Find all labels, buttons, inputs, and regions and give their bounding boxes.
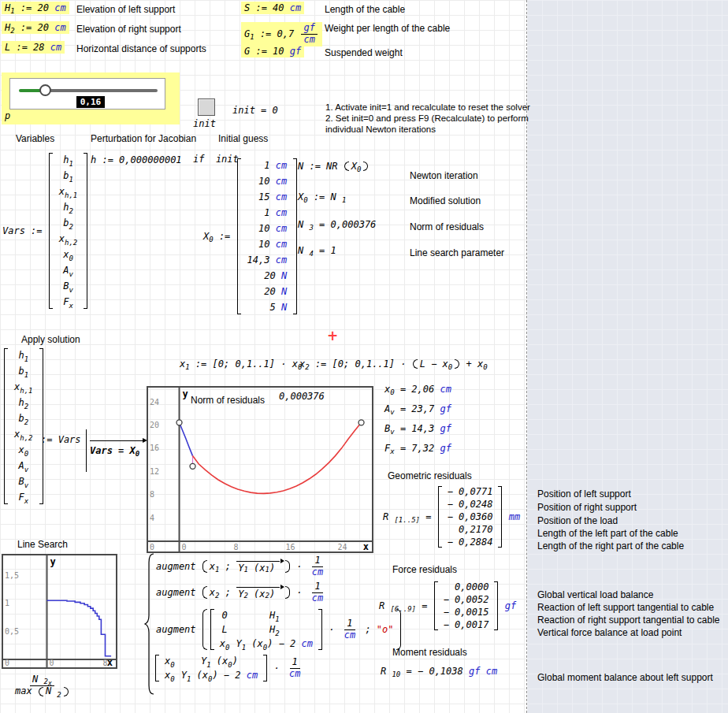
heading-line-search: Line Search <box>17 539 68 550</box>
svg-text:20: 20 <box>150 421 159 429</box>
modified-solution-expr[interactable]: X0 := N 1 <box>298 191 346 202</box>
definition-G1-label: Weight per length of the cable <box>325 23 450 34</box>
x1-definition[interactable]: x1 := [0; 0,1..1] · x0 <box>180 358 302 369</box>
x2-definition[interactable]: x2 := [0; 0,1..1] · L − x0 + x0 <box>299 358 488 369</box>
line-search-plot[interactable]: 081,510,50yx <box>2 554 117 669</box>
annotation-left-cable-length: Length of the left part of the cable <box>537 528 678 539</box>
svg-text:4: 4 <box>150 514 154 522</box>
heading-initial-guess: Initial guess <box>218 133 268 144</box>
init-checkbox[interactable] <box>198 98 215 116</box>
svg-text:0: 0 <box>5 659 9 667</box>
svg-text:0: 0 <box>182 543 187 551</box>
instructions-line-3: individual Newton iterations <box>325 124 436 135</box>
definition-H1-label: Elevation of left support <box>76 4 175 15</box>
x0-initial-guess[interactable]: X0 := 1 cm10 cm15 cm1 cm10 cm10 cm14,3 c… <box>203 158 298 315</box>
definition-H2-label: Elevation of right support <box>76 24 181 35</box>
svg-text:x: x <box>363 541 369 551</box>
svg-text:16: 16 <box>286 543 295 551</box>
definition-H1[interactable]: H1 := 20 cm <box>2 2 69 14</box>
line-search-param-expr[interactable]: N 4 = 1 <box>298 245 336 256</box>
heading-moment-residuals: Moment residuals <box>392 647 467 658</box>
cable-plot[interactable]: 08162424201612840yx Norm of residuals 0,… <box>147 386 373 553</box>
heading-perturbation: Perturbation for Jacobian <box>91 133 196 144</box>
definition-G[interactable]: G := 10 gf <box>241 45 304 58</box>
slider-control[interactable]: 0,16 <box>9 78 165 110</box>
annotation-right-support: Position of right support <box>537 502 637 513</box>
definition-G-label: Suspended weight <box>325 47 403 58</box>
force-residuals-expr[interactable]: R [6..9] = 0,0000− 0,0052− 0,0015− 0,001… <box>379 581 516 631</box>
svg-text:8: 8 <box>234 543 239 551</box>
init-checkbox-label: init <box>193 118 216 129</box>
annotation-vertical-load-balance: Global vertical load balance <box>537 589 653 600</box>
vars-definition[interactable]: Vars := h1b1xh,1h2b2xh,2x0AvBvFx <box>2 152 88 310</box>
trace-load-segment[interactable]: x0Y1 (x0)x0Y1 (x0) − 2 cm · 1cm <box>154 654 304 682</box>
trace-group-brace <box>144 552 155 696</box>
annotation-right-reaction: Reaction of right support tangential to … <box>537 615 719 626</box>
annotation-load-point-balance: Vertical force balance at load point <box>537 627 682 638</box>
definition-H2[interactable]: H2 := 20 cm <box>2 21 69 34</box>
substitution-arrow-icon <box>90 438 145 443</box>
init-readout[interactable]: init = 0 <box>232 105 278 116</box>
heading-apply-solution: Apply solution <box>21 334 80 345</box>
trace-right-cable[interactable]: augment x2 ; Y2 (x2) · 1cm <box>156 581 327 604</box>
slider-value: 0,16 <box>76 96 105 108</box>
modified-solution-label: Modified solution <box>410 195 481 206</box>
svg-text:y: y <box>50 556 56 567</box>
heading-force-residuals: Force residuals <box>392 564 457 575</box>
heading-geometric-residuals: Geometric residuals <box>388 470 472 481</box>
substitution-text: Vars = X0 <box>90 445 139 456</box>
instructions-line-1: 1. Activate init=1 and recalculate to re… <box>325 102 530 113</box>
svg-text:12: 12 <box>150 467 159 476</box>
annotation-moment-balance: Global moment balance about left support <box>537 672 713 683</box>
slider-region: 0,16 p <box>2 72 180 124</box>
apply-vector[interactable]: h1b1xh,1h2b2xh,2x0AvBvFx <box>3 347 44 505</box>
cable-plot-title: Norm of residuals <box>191 395 265 406</box>
definition-G1[interactable]: G1 := 0,7 gfcm <box>241 22 322 46</box>
svg-text:1: 1 <box>5 599 9 607</box>
trace-markers[interactable]: augment 0H1LH2x0Y1 (x0) − 2 cm · 1cm ; "… <box>156 608 402 651</box>
substitution-bar <box>86 429 87 472</box>
svg-text:8: 8 <box>150 490 154 499</box>
cable-plot-residual-value: 0,000376 <box>279 391 325 402</box>
result-Av[interactable]: Av = 23,7 gf <box>384 403 451 414</box>
mathcad-worksheet: H1 := 20 cm Elevation of left support H2… <box>0 0 728 713</box>
line-search-param-label: Line search parameter <box>410 247 504 258</box>
svg-text:1,5: 1,5 <box>5 571 19 580</box>
newton-iteration-expr[interactable]: N := NR X0 <box>298 161 369 172</box>
svg-text:24: 24 <box>150 398 159 407</box>
annotation-left-reaction: Reaction of left support tangential to c… <box>537 602 714 613</box>
instructions-line-2: 2. Set init=0 and press F9 (Recalculate)… <box>325 113 529 124</box>
line-search-expression[interactable]: N 2xmax N 2 <box>11 674 73 697</box>
heading-variables: Variables <box>16 133 54 144</box>
definition-L[interactable]: L := 28 cm <box>2 41 65 54</box>
trace-left-cable[interactable]: augment x1 ; Y1 (x1) · 1cm <box>156 555 327 578</box>
insertion-cursor: + <box>327 330 338 341</box>
result-Fx[interactable]: Fx = 7,32 gf <box>384 443 451 454</box>
residual-norm-label: Norm of residuals <box>410 221 484 232</box>
slider-handle[interactable] <box>39 84 51 96</box>
svg-text:0: 0 <box>50 659 54 667</box>
result-Bv[interactable]: Bv = 14,3 gf <box>384 423 451 434</box>
definition-S-label: Length of the cable <box>325 4 405 15</box>
apply-assign[interactable]: := Vars <box>41 434 81 445</box>
svg-text:16: 16 <box>150 444 159 452</box>
svg-text:0,5: 0,5 <box>5 627 19 636</box>
svg-text:0: 0 <box>150 543 154 551</box>
svg-text:x: x <box>107 657 113 667</box>
definition-S[interactable]: S := 40 cm <box>241 2 304 14</box>
residual-norm-expr[interactable]: N 3 = 0,000376 <box>298 219 376 230</box>
substitution-operator[interactable]: Vars = X0 <box>90 438 145 457</box>
slider-variable-label[interactable]: p <box>5 110 10 121</box>
geometric-residuals-expr[interactable]: R [1..5] = − 0,0771− 0,0248− 0,03600,217… <box>383 485 520 548</box>
definition-L-label: Horizontal distance of supports <box>76 43 206 54</box>
annotation-left-support: Position of left support <box>537 488 631 499</box>
newton-iteration-label: Newton iteration <box>410 170 478 181</box>
annotation-load-position: Position of the load <box>537 515 618 526</box>
annotation-right-cable-length: Length of the right part of the cable <box>537 540 684 551</box>
svg-text:24: 24 <box>338 543 347 551</box>
result-x0[interactable]: x0 = 2,06 cm <box>384 384 451 395</box>
moment-residual-expr[interactable]: R 10 = − 0,1038 gf cm <box>381 666 497 677</box>
h-definition[interactable]: h := 0,000000001 <box>91 154 182 165</box>
svg-text:y: y <box>183 388 188 399</box>
